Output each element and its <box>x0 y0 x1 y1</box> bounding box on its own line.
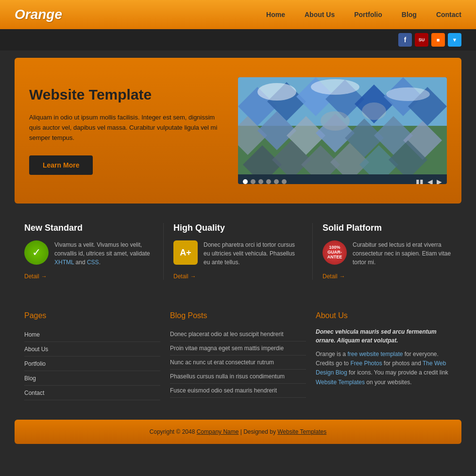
feature-title-high-quality: High Quality <box>173 223 303 233</box>
slider-dot-2[interactable] <box>251 179 255 184</box>
blog-item-4[interactable]: Phasellus cursus nulla in risus condimen… <box>170 370 306 384</box>
pause-button[interactable]: ▮▮ <box>416 178 424 184</box>
and-label: and <box>76 259 87 266</box>
detail-link-new-standard[interactable]: Detail → <box>24 273 47 280</box>
twitter-icon[interactable]: ▼ <box>448 33 461 47</box>
xhtml-link[interactable]: XHTML <box>54 259 74 266</box>
svg-point-25 <box>311 79 359 95</box>
features-section: New Standard ✓ Vivamus a velit. Vivamus … <box>15 211 461 292</box>
about-bold-text: Donec vehicula mauris sed arcu fermentum… <box>316 327 452 345</box>
feature-text-high-quality: Donec pharetra orci id tortor cursus eu … <box>204 240 303 267</box>
svg-point-23 <box>362 102 386 120</box>
page-link-about[interactable]: About Us <box>24 346 48 353</box>
footer-bar: Copyright © 2048 Company Name | Designed… <box>15 420 461 444</box>
about-link-website-templates[interactable]: Website Templates <box>316 379 365 386</box>
footer-sections: Pages Home About Us Portfolio Blog Conta… <box>15 299 461 412</box>
feature-text-content: Vivamus a velit. Vivamus leo velit, conv… <box>54 241 150 257</box>
slider-dot-3[interactable] <box>258 179 263 184</box>
site-logo: Orange <box>15 7 62 22</box>
page-link-portfolio[interactable]: Portfolio <box>24 360 46 367</box>
feature-text-new-standard: Vivamus a velit. Vivamus leo velit, conv… <box>54 240 153 267</box>
footer-about: About Us Donec vehicula mauris sed arcu … <box>316 311 452 400</box>
about-description: Orange is a free website template for ev… <box>316 350 452 387</box>
detail-link-solid-platform[interactable]: Detail → <box>323 273 345 280</box>
nav-item-blog[interactable]: Blog <box>402 11 417 18</box>
feature-high-quality: High Quality A+ Donec pharetra orci id t… <box>173 223 303 280</box>
learn-more-button[interactable]: Learn More <box>29 155 93 175</box>
hero-title: Website Template <box>29 86 223 103</box>
svg-point-24 <box>257 83 296 101</box>
hero-section: Website Template Aliquam in odio ut ipsu… <box>15 58 461 204</box>
footer-pages: Pages Home About Us Portfolio Blog Conta… <box>24 311 160 400</box>
hero-text: Website Template Aliquam in odio ut ipsu… <box>29 86 238 174</box>
divider-text: | Designed by <box>238 428 277 435</box>
feature-text-solid-platform: Curabitur sed lectus id erat viverra con… <box>353 240 452 267</box>
hero-slideshow-image <box>238 77 447 174</box>
page-item-blog: Blog <box>24 371 160 386</box>
slider-dot-5[interactable] <box>274 179 279 184</box>
page-item-home: Home <box>24 327 160 342</box>
feature-body-high-quality: A+ Donec pharetra orci id tortor cursus … <box>173 240 303 267</box>
page-item-about: About Us <box>24 342 160 357</box>
css-link[interactable]: CSS <box>87 259 99 266</box>
feature-title-new-standard: New Standard <box>24 223 153 233</box>
hero-description: Aliquam in odio ut ipsum mollis facilisi… <box>29 113 223 143</box>
about-text-5: on your websites. <box>365 379 412 386</box>
about-link-photos[interactable]: Free Photos <box>350 360 382 367</box>
nav-item-about[interactable]: About Us <box>305 11 335 18</box>
company-link[interactable]: Company Name <box>197 428 239 435</box>
slider-dot-4[interactable] <box>266 179 271 184</box>
feature-body-solid-platform: 100%GUAR-ANTEE Curabitur sed lectus id e… <box>323 240 452 267</box>
slideshow-controls: ▮▮ ◀ ▶ <box>238 174 447 184</box>
playback-controls: ▮▮ ◀ ▶ <box>416 178 442 184</box>
about-text-1: Orange is a <box>316 351 347 357</box>
blog-list: Donec placerat odio at leo suscipit hend… <box>170 327 306 398</box>
svg-point-22 <box>321 111 350 131</box>
page-item-portfolio: Portfolio <box>24 357 160 371</box>
detail-link-high-quality[interactable]: Detail → <box>173 273 196 280</box>
page-item-contact: Contact <box>24 386 160 400</box>
about-text-4: for icons. You may provide a credit link <box>347 369 448 376</box>
check-icon: ✓ <box>24 240 49 265</box>
rss-icon[interactable]: ■ <box>431 33 445 47</box>
slider-dots <box>243 179 287 184</box>
pages-list: Home About Us Portfolio Blog Contact <box>24 327 160 400</box>
designer-link[interactable]: Website Templates <box>277 428 326 435</box>
feature-title-solid-platform: Solid Platform <box>323 223 452 233</box>
feature-divider-2 <box>312 223 313 280</box>
nav-item-contact[interactable]: Contact <box>436 11 461 18</box>
blog-item-2[interactable]: Proin vitae magna eget sem mattis imperd… <box>170 341 306 356</box>
page-link-contact[interactable]: Contact <box>24 390 44 396</box>
blog-item-3[interactable]: Nunc ac nunc ut erat consectetur rutrum <box>170 356 306 370</box>
main-nav: Home About Us Portfolio Blog Contact <box>266 11 461 18</box>
hero-image: ▮▮ ◀ ▶ <box>238 77 447 184</box>
slider-dot-1[interactable] <box>243 179 248 184</box>
pages-title: Pages <box>24 311 160 320</box>
prev-button[interactable]: ◀ <box>427 178 433 184</box>
detail-label-high-quality: Detail <box>173 273 188 280</box>
feature-new-standard: New Standard ✓ Vivamus a velit. Vivamus … <box>24 223 153 280</box>
stumbleupon-icon[interactable]: SU <box>415 33 428 47</box>
detail-label-solid-platform: Detail <box>323 273 338 280</box>
feature-solid-platform: Solid Platform 100%GUAR-ANTEE Curabitur … <box>323 223 452 280</box>
feature-divider-1 <box>163 223 164 280</box>
blog-item-1[interactable]: Donec placerat odio at leo suscipit hend… <box>170 327 306 341</box>
blog-item-5[interactable]: Fusce euismod odio sed mauris hendrerit <box>170 384 306 398</box>
page-link-home[interactable]: Home <box>24 331 40 338</box>
footer-blog-posts: Blog Posts Donec placerat odio at leo su… <box>170 311 306 400</box>
slider-dot-6[interactable] <box>282 179 287 184</box>
next-button[interactable]: ▶ <box>437 178 442 184</box>
svg-point-26 <box>386 87 430 101</box>
header: Orange Home About Us Portfolio Blog Cont… <box>0 0 476 29</box>
nav-item-portfolio[interactable]: Portfolio <box>354 11 382 18</box>
page-link-blog[interactable]: Blog <box>24 375 36 382</box>
facebook-icon[interactable]: f <box>398 33 412 47</box>
about-title: About Us <box>316 311 452 320</box>
about-link-template[interactable]: free website template <box>347 351 403 357</box>
grade-icon: A+ <box>173 240 198 265</box>
about-text-3: for photos and <box>382 360 423 367</box>
copyright-text: Copyright © 2048 <box>150 428 197 435</box>
social-bar: f SU ■ ▼ <box>0 29 476 51</box>
blog-posts-title: Blog Posts <box>170 311 306 320</box>
nav-item-home[interactable]: Home <box>266 11 285 18</box>
